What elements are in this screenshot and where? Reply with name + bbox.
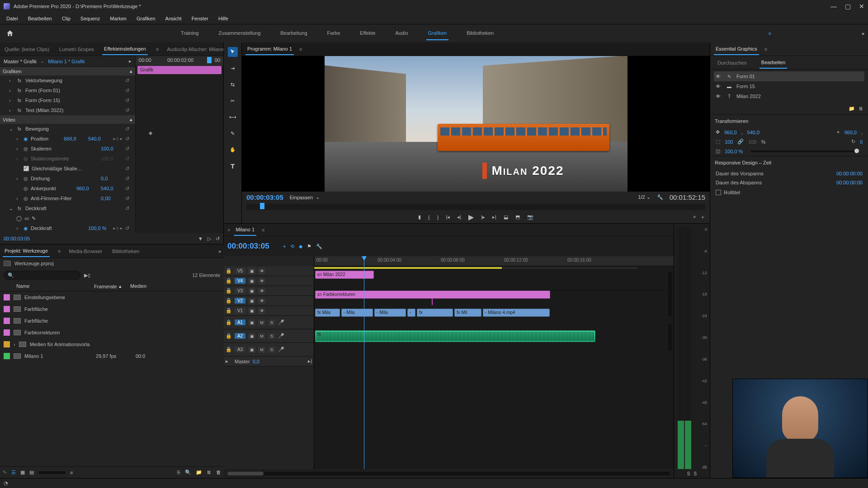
project-item[interactable]: › Medien für Animationsvorla xyxy=(0,338,224,350)
lock-icon[interactable]: 🔒 xyxy=(226,288,232,294)
visibility-icon[interactable]: 👁 xyxy=(716,84,722,89)
panel-menu-icon[interactable]: ≡ xyxy=(262,227,264,233)
workspace-overflow-button[interactable]: » xyxy=(862,31,864,36)
menu-sequenz[interactable]: Sequenz xyxy=(76,14,104,23)
link-icon[interactable]: 🔗 xyxy=(737,139,744,145)
export-frame-icon[interactable]: 📷 xyxy=(527,214,533,220)
eg-layer-item[interactable]: 👁 ✎ Form 01 xyxy=(714,71,864,81)
razor-tool[interactable]: ✂ xyxy=(228,96,238,106)
project-tab[interactable]: Media-Browser xyxy=(67,246,104,257)
slip-tool[interactable]: ⟷ xyxy=(228,112,238,122)
sync-lock-icon[interactable]: ▣ xyxy=(248,298,255,304)
master-value[interactable]: 0,0 xyxy=(253,359,274,364)
step-back-icon[interactable]: ◂| xyxy=(457,214,461,220)
menu-marken[interactable]: Marken xyxy=(105,14,131,23)
audio-track-header[interactable]: 🔒 A1 ▣ M S 🎤 xyxy=(224,316,314,329)
fx-badge-icon[interactable]: fx xyxy=(16,77,23,84)
project-item[interactable]: Einstellungsebene xyxy=(0,291,224,303)
pen-mask-icon[interactable]: ✎ xyxy=(32,216,36,221)
ripple-edit-tool[interactable]: ⇆ xyxy=(228,80,238,89)
toggle-output-icon[interactable]: 👁 xyxy=(258,308,265,314)
vertical-scrollbar[interactable] xyxy=(668,272,672,317)
audio-track-header[interactable]: 🔒 A3 ▣ M S 🎤 xyxy=(224,343,314,357)
label-color-chip[interactable] xyxy=(4,294,10,300)
reset-icon[interactable]: ↺ xyxy=(125,88,132,94)
eg-anchor[interactable]: 960,0 xyxy=(844,130,857,135)
video-track-header[interactable]: 🔒 V5 ▣ 👁 xyxy=(224,266,314,276)
eg-pos-x[interactable]: 960,0 xyxy=(724,130,737,135)
keyframe-nav[interactable]: ◂ ◇ ▸ xyxy=(113,136,123,141)
reset-icon[interactable]: ↺ xyxy=(125,166,132,172)
project-item[interactable]: Farbkorrekturen xyxy=(0,327,224,338)
eg-rotation[interactable]: 0 xyxy=(860,139,863,145)
workspace-tab-training[interactable]: Training xyxy=(179,27,200,40)
collapse-icon[interactable]: ▴ xyxy=(130,117,132,122)
lock-icon[interactable]: 🔒 xyxy=(226,319,232,325)
sort-asc-icon[interactable]: ▴ xyxy=(119,283,122,289)
col-medien[interactable]: Medien xyxy=(130,283,220,289)
fx-row[interactable]: › fx Form (Form 01) ↺ xyxy=(0,85,135,95)
lock-icon[interactable]: 🔒 xyxy=(226,308,232,314)
rotation-value[interactable]: 0,0 xyxy=(101,176,123,181)
thumbnail-size-slider[interactable] xyxy=(38,471,66,474)
project-item[interactable]: Farbfläche xyxy=(0,315,224,327)
fx-deckkraft[interactable]: ⌄ fx Deckkraft ↺ xyxy=(0,203,135,213)
eg-layer-item[interactable]: 👁 ▬ Form 15 xyxy=(714,81,864,91)
pen-tool[interactable]: ✎ xyxy=(228,128,238,138)
program-monitor[interactable]: Milan 2022 xyxy=(242,56,710,192)
opacity-slider[interactable] xyxy=(751,150,859,152)
program-scrubber[interactable] xyxy=(246,204,705,210)
chevron-down-icon[interactable]: ⌄ xyxy=(40,58,44,64)
toggle-output-icon[interactable]: 👁 xyxy=(258,268,265,274)
eg-edit-tab[interactable]: Bearbeiten xyxy=(760,57,787,69)
workspace-tab-grafiken[interactable]: Grafiken xyxy=(426,27,449,40)
selection-tool[interactable] xyxy=(228,47,238,57)
scale-value[interactable]: 100,0 xyxy=(101,146,123,151)
clip-audio[interactable]: fx xyxy=(315,330,595,342)
freeform-view-icon[interactable]: ✎ xyxy=(3,469,7,475)
toggle-output-icon[interactable]: 👁 xyxy=(258,278,265,284)
stopwatch-icon[interactable]: ◎ xyxy=(24,146,28,152)
marker-icon[interactable]: ◆ xyxy=(299,244,302,249)
reset-icon[interactable]: ↺ xyxy=(125,176,132,182)
outro-value[interactable]: 00:00:00:00 xyxy=(836,180,863,185)
title-graphic-overlay[interactable]: Milan 2022 xyxy=(482,163,564,179)
clip-video[interactable]: fx xyxy=(417,309,453,317)
mark-in-button[interactable]: { xyxy=(428,215,430,220)
project-tab[interactable]: Bibliotheken xyxy=(110,246,141,257)
eg-layer-item[interactable]: 👁 T Milan 2022 xyxy=(714,91,864,101)
step-fwd-icon[interactable]: |▸ xyxy=(481,214,485,220)
toggle-output-icon[interactable]: 👁 xyxy=(258,298,265,304)
solo-right-button[interactable]: S xyxy=(694,471,697,476)
sync-lock-icon[interactable]: ▣ xyxy=(248,308,255,314)
fx-bewegung[interactable]: ⌄ fx Bewegung ↺ xyxy=(0,124,135,134)
wrench-icon[interactable]: 🔧 xyxy=(316,244,322,249)
menu-bearbeiten[interactable]: Bearbeiten xyxy=(24,14,57,23)
menu-hilfe[interactable]: Hilfe xyxy=(214,14,233,23)
scrub-playhead[interactable] xyxy=(260,203,264,209)
keyframe-diamond[interactable] xyxy=(149,131,152,135)
program-timecode[interactable]: 00:00:03:05 xyxy=(246,193,283,201)
sort-icon[interactable]: ≡ xyxy=(70,470,73,475)
anchor-y-value[interactable]: 540,0 xyxy=(101,186,123,191)
position-x-value[interactable]: 668,8 xyxy=(64,136,85,141)
track-target-toggle[interactable]: V3 xyxy=(235,288,245,294)
workspace-tab-audio[interactable]: Audio xyxy=(393,27,410,40)
menu-fenster[interactable]: Fenster xyxy=(187,14,213,23)
label-color-chip[interactable] xyxy=(4,329,10,336)
hand-tool[interactable]: ✋ xyxy=(228,145,238,155)
track-target-toggle[interactable]: A2 xyxy=(235,333,245,339)
label-color-chip[interactable] xyxy=(4,353,10,359)
audio-track-header[interactable]: 🔒 A2 ▣ M S 🎤 xyxy=(224,329,314,343)
effect-keyframe-area[interactable]: :00:00 00:00:02:00 00: Grafik xyxy=(136,56,223,233)
twirl-icon[interactable]: › xyxy=(9,78,14,83)
twirl-icon[interactable]: ⌄ xyxy=(9,126,14,132)
solo-button[interactable]: S xyxy=(268,347,275,353)
track-target-toggle[interactable]: A3 xyxy=(235,347,245,352)
panel-menu-icon[interactable]: ≡ xyxy=(156,47,159,52)
solo-button[interactable]: S xyxy=(268,333,275,339)
twirl-icon[interactable]: › xyxy=(9,88,14,93)
eg-browse-tab[interactable]: Durchsuchen xyxy=(716,57,749,68)
new-group-icon[interactable]: 📁 xyxy=(849,106,855,112)
reset-icon[interactable]: ↺ xyxy=(125,146,132,152)
